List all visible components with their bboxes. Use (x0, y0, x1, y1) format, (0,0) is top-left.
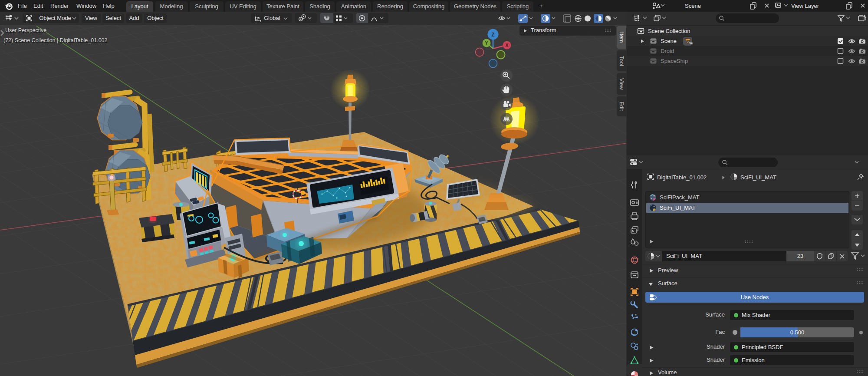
svg-text:34: 34 (689, 41, 693, 45)
svg-text:Z: Z (491, 32, 494, 38)
svg-text:X: X (505, 43, 508, 48)
svg-text:Y: Y (485, 40, 488, 46)
